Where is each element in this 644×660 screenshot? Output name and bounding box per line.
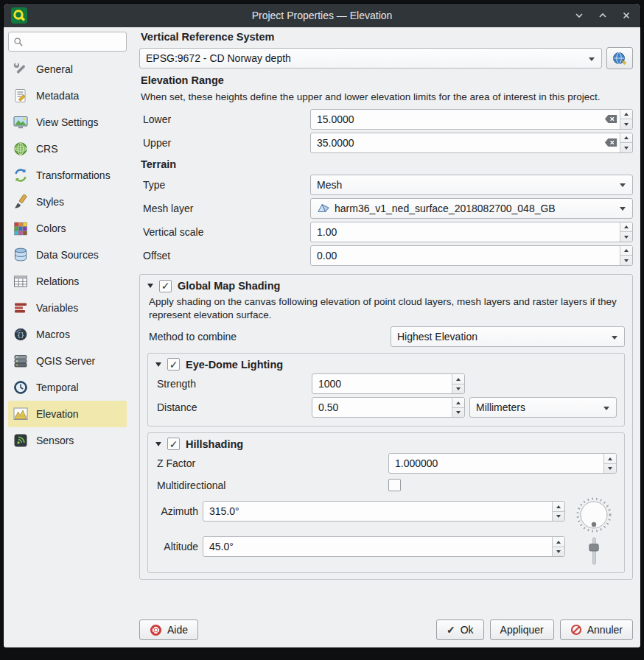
hillshading-checkbox[interactable]: ✓ [167, 438, 180, 450]
lower-step-down[interactable] [620, 119, 632, 129]
sidebar-item-label: Variables [36, 302, 78, 314]
lower-step-up[interactable] [620, 110, 632, 120]
wrench-icon [12, 60, 29, 78]
sidebar-item-styles[interactable]: Styles [8, 189, 127, 215]
distance-input[interactable] [312, 398, 452, 417]
offset-input[interactable] [311, 246, 620, 265]
altitude-slider[interactable] [586, 536, 602, 567]
sidebar-search[interactable] [8, 32, 127, 52]
distance-spinbox[interactable] [312, 397, 465, 418]
azimuth-dial[interactable] [575, 496, 613, 534]
sidebar-item-metadata[interactable]: Metadata [8, 82, 127, 109]
elevation-range-heading: Elevation Range [141, 74, 633, 86]
z-factor-step-down[interactable] [604, 464, 616, 474]
sidebar-item-temporal[interactable]: Temporal [8, 374, 127, 401]
multidirectional-checkbox[interactable] [388, 479, 401, 491]
upper-clear-button[interactable] [602, 133, 620, 152]
sidebar-item-qgis-server[interactable]: QGIS Server [8, 348, 127, 374]
chevron-up-icon [597, 10, 609, 21]
clock-icon [12, 379, 29, 396]
sidebar-item-crs[interactable]: CRS [8, 136, 127, 162]
z-factor-input[interactable] [389, 454, 603, 473]
sidebar-item-view-settings[interactable]: View Settings [8, 109, 127, 136]
cancel-button[interactable]: Annuler [560, 619, 633, 640]
altitude-spinbox[interactable] [203, 536, 565, 557]
collapse-arrow-icon[interactable] [155, 362, 161, 367]
z-factor-step-up[interactable] [604, 454, 616, 464]
eye-dome-lighting-group: ✓ Eye-Dome Lighting Strength Distance [147, 353, 625, 426]
sidebar-item-general[interactable]: General [8, 56, 127, 82]
vertical-scale-input[interactable] [311, 222, 620, 242]
vrs-combo[interactable]: EPSG:9672 - CD Norway depth [139, 48, 602, 69]
distance-unit-combo[interactable]: Millimeters [469, 397, 617, 418]
offset-spinbox[interactable] [310, 245, 633, 266]
cancel-icon [570, 624, 582, 636]
altitude-input[interactable] [203, 537, 552, 556]
distance-step-down[interactable] [452, 408, 464, 418]
azimuth-input[interactable] [203, 502, 552, 521]
select-crs-button[interactable] [606, 47, 633, 69]
mesh-layer-combo[interactable]: harm36_v1_ned_surface_2018082700_048_GB [310, 198, 633, 219]
sidebar-item-elevation[interactable]: Elevation [8, 401, 127, 427]
strength-spinbox[interactable] [312, 373, 465, 394]
upper-step-down[interactable] [620, 143, 632, 152]
strength-input[interactable] [312, 374, 452, 393]
altitude-step-up[interactable] [553, 537, 564, 547]
lower-input[interactable] [311, 110, 602, 129]
sidebar-item-relations[interactable]: Relations [8, 268, 127, 295]
azimuth-step-down[interactable] [553, 512, 564, 522]
lower-spinbox[interactable] [310, 109, 633, 130]
upper-input[interactable] [311, 133, 602, 152]
window-title: Project Properties — Elevation [252, 10, 393, 21]
database-icon [12, 246, 29, 264]
apply-button[interactable]: Appliquer [490, 619, 554, 640]
apply-button-label: Appliquer [500, 624, 544, 636]
vrs-combo-value: EPSG:9672 - CD Norway depth [146, 52, 291, 64]
offset-step-up[interactable] [620, 246, 632, 256]
strength-step-up[interactable] [452, 374, 464, 385]
sidebar-item-data-sources[interactable]: Data Sources [8, 242, 127, 268]
search-input[interactable] [27, 36, 122, 47]
sidebar-item-macros[interactable]: {} Macros [8, 321, 127, 348]
upper-spinbox[interactable] [310, 133, 633, 153]
sidebar-item-sensors[interactable]: Sensors [8, 427, 127, 454]
azimuth-step-up[interactable] [553, 502, 564, 512]
sidebar-item-label: Colors [36, 222, 66, 234]
chevron-down-icon [573, 10, 585, 21]
global-map-shading-group: ✓ Global Map Shading Apply shading on th… [139, 274, 633, 580]
window-maximize-button[interactable] [596, 9, 609, 22]
help-button[interactable]: Aide [139, 619, 198, 640]
terrain-type-combo[interactable]: Mesh [310, 175, 633, 195]
collapse-arrow-icon[interactable] [147, 284, 153, 288]
sidebar-item-colors[interactable]: Colors [8, 215, 127, 242]
upper-step-up[interactable] [620, 133, 632, 144]
sidebar-item-label: Sensors [36, 435, 74, 446]
eye-dome-lighting-checkbox[interactable]: ✓ [167, 358, 180, 371]
vertical-scale-step-up[interactable] [620, 222, 632, 233]
offset-step-down[interactable] [620, 256, 632, 265]
collapse-arrow-icon[interactable] [155, 442, 161, 446]
altitude-step-down[interactable] [553, 547, 564, 557]
sidebar-item-variables[interactable]: Variables [8, 295, 127, 321]
z-factor-label: Z Factor [155, 457, 388, 469]
azimuth-spinbox[interactable] [203, 501, 565, 522]
method-to-combine-label: Method to combine [147, 331, 391, 343]
ok-button[interactable]: ✓ Ok [436, 619, 484, 640]
sidebar-item-transformations[interactable]: Transformations [8, 162, 127, 189]
titlebar[interactable]: Project Properties — Elevation [4, 4, 640, 27]
global-map-shading-checkbox[interactable]: ✓ [159, 280, 172, 292]
window-close-button[interactable] [620, 9, 633, 22]
lower-clear-button[interactable] [602, 110, 620, 129]
check-icon: ✓ [169, 439, 178, 449]
terrain-type-label: Type [139, 179, 310, 191]
vertical-scale-spinbox[interactable] [310, 222, 633, 242]
distance-step-up[interactable] [452, 398, 464, 408]
window-minimize-button[interactable] [573, 9, 586, 22]
vertical-scale-step-down[interactable] [620, 232, 632, 242]
eye-dome-lighting-title: Eye-Dome Lighting [186, 359, 283, 371]
close-icon [620, 10, 632, 21]
method-to-combine-combo[interactable]: Highest Elevation [391, 326, 625, 347]
z-factor-spinbox[interactable] [388, 453, 617, 474]
offset-label: Offset [139, 250, 310, 261]
strength-step-down[interactable] [452, 385, 464, 394]
